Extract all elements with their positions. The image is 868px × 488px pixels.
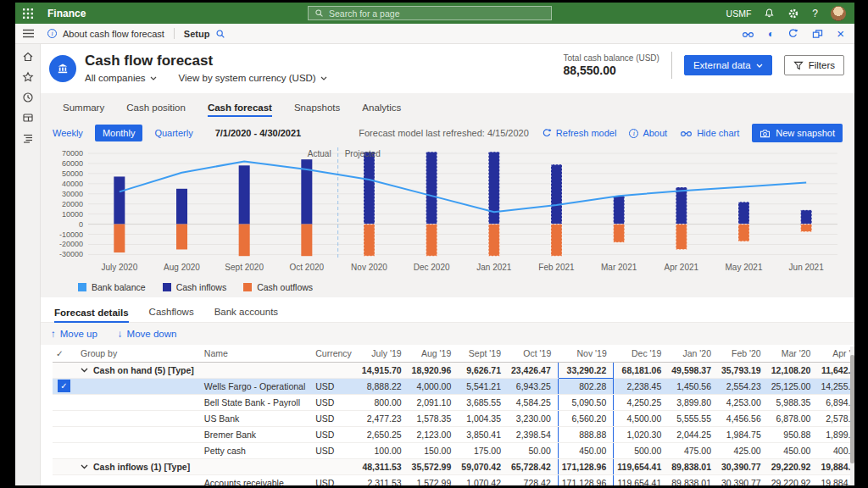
group-by-cell[interactable]: [77, 394, 201, 410]
value-cell[interactable]: 2,477.23: [359, 410, 409, 426]
legend-item-bank-balance[interactable]: Bank balance: [78, 282, 146, 292]
company-filter-dropdown[interactable]: All companies: [85, 73, 157, 83]
table-row[interactable]: Petty cashUSD100.00150.00175.0050.00450.…: [53, 442, 854, 458]
row-checkbox[interactable]: [53, 474, 77, 485]
value-cell[interactable]: 150.00: [409, 442, 459, 458]
value-cell[interactable]: 18,920.96: [409, 362, 459, 378]
value-cell[interactable]: 2,311.53: [359, 474, 409, 485]
value-cell[interactable]: 3,685.55: [458, 394, 508, 410]
value-cell[interactable]: 5,555.55: [668, 410, 718, 426]
external-data-button[interactable]: External data: [684, 55, 772, 75]
column-header-currency[interactable]: Currency: [312, 345, 359, 362]
value-cell[interactable]: 2,238.45: [614, 378, 668, 394]
value-cell[interactable]: 5,090.50: [558, 394, 614, 410]
sidebar-workspaces-icon[interactable]: [22, 112, 34, 124]
details-tab-forecast-details[interactable]: Forecast details: [54, 308, 129, 323]
value-cell[interactable]: 59,070.42: [458, 458, 508, 474]
sidebar-modules-icon[interactable]: [22, 132, 34, 144]
value-cell[interactable]: 450.00: [558, 442, 614, 458]
value-cell[interactable]: 1,450.56: [668, 378, 718, 394]
value-cell[interactable]: 33,290.22: [558, 362, 614, 378]
value-cell[interactable]: 450.00: [768, 442, 818, 458]
value-cell[interactable]: 100.00: [359, 442, 409, 458]
row-checkbox[interactable]: [53, 458, 77, 474]
sidebar-favorites-icon[interactable]: [22, 71, 34, 83]
about-cash-flow-link[interactable]: About cash flow forecast: [63, 29, 164, 39]
value-cell[interactable]: 119,654.41: [614, 474, 668, 485]
value-cell[interactable]: 29,220.92: [768, 458, 818, 474]
contrast-icon[interactable]: ◐: [768, 28, 774, 40]
setup-link[interactable]: Setup: [184, 29, 210, 39]
value-cell[interactable]: 48,311.53: [359, 458, 409, 474]
value-cell[interactable]: 6,943.25: [508, 378, 558, 394]
value-cell[interactable]: 30,390.77: [718, 474, 768, 485]
column-header-aug-19[interactable]: Aug '19: [409, 345, 459, 362]
currency-cell[interactable]: USD: [312, 410, 359, 426]
filters-button[interactable]: Filters: [784, 55, 844, 75]
column-header-oct-19[interactable]: Oct '19: [508, 345, 558, 362]
row-checkbox[interactable]: [53, 362, 77, 378]
value-cell[interactable]: 49,598.37: [668, 362, 718, 378]
value-cell[interactable]: 6,560.20: [558, 410, 614, 426]
value-cell[interactable]: 475.00: [668, 442, 718, 458]
value-cell[interactable]: 4,250.25: [614, 394, 668, 410]
value-cell[interactable]: 1,572.99: [409, 474, 459, 485]
tab-analytics[interactable]: Analytics: [362, 103, 401, 113]
vertical-scrollbar[interactable]: [850, 347, 854, 485]
value-cell[interactable]: 171,128.96: [558, 458, 614, 474]
value-cell[interactable]: 14,255.35: [817, 378, 854, 394]
value-cell[interactable]: 728.42: [508, 474, 558, 485]
value-cell[interactable]: 68,181.06: [614, 362, 668, 378]
value-cell[interactable]: 4,456.56: [718, 410, 768, 426]
value-cell[interactable]: 1,070.42: [458, 474, 508, 485]
value-cell[interactable]: 23,426.47: [508, 362, 558, 378]
column-header-july-19[interactable]: July '19: [359, 345, 409, 362]
user-avatar[interactable]: [831, 6, 846, 21]
new-snapshot-button[interactable]: New snapshot: [752, 124, 843, 142]
name-cell[interactable]: Accounts receivable: [201, 474, 312, 485]
column-header-name[interactable]: Name: [201, 345, 312, 362]
gear-icon[interactable]: [787, 8, 799, 19]
currency-cell[interactable]: [312, 458, 359, 474]
value-cell[interactable]: 4,500.00: [614, 410, 668, 426]
row-checkbox[interactable]: [53, 442, 77, 458]
value-cell[interactable]: 119,654.41: [614, 458, 668, 474]
value-cell[interactable]: 6,878.00: [768, 410, 818, 426]
details-tab-cashflows[interactable]: Cashflows: [149, 307, 194, 317]
value-cell[interactable]: 89,838.01: [668, 458, 718, 474]
value-cell[interactable]: 400.00: [817, 442, 854, 458]
currency-cell[interactable]: USD: [312, 442, 359, 458]
row-checkbox[interactable]: ✓: [53, 378, 77, 394]
value-cell[interactable]: 12,108.20: [768, 362, 818, 378]
select-all-checkbox[interactable]: ✓: [53, 345, 77, 362]
close-icon[interactable]: ×: [837, 30, 844, 38]
group-by-cell[interactable]: [77, 426, 201, 442]
currency-cell[interactable]: USD: [312, 474, 359, 485]
table-row[interactable]: Accounts receivableUSD2,311.531,572.991,…: [53, 474, 854, 485]
row-checkbox[interactable]: [53, 394, 77, 410]
value-cell[interactable]: 25,125.00: [768, 378, 818, 394]
value-cell[interactable]: 1,984.75: [718, 426, 768, 442]
about-button[interactable]: i About: [629, 128, 667, 138]
value-cell[interactable]: 175.00: [458, 442, 508, 458]
value-cell[interactable]: 4,000.00: [409, 378, 459, 394]
table-row[interactable]: US BankUSD2,477.231,578.351,004.353,230.…: [53, 410, 854, 426]
tab-snapshots[interactable]: Snapshots: [294, 103, 340, 113]
value-cell[interactable]: 1,020.30: [614, 426, 668, 442]
column-header-jan-20[interactable]: Jan '20: [668, 345, 718, 362]
value-cell[interactable]: 1,578.35: [409, 410, 459, 426]
table-row[interactable]: Bremer BankUSD2,650.252,123.003,850.412,…: [53, 426, 854, 442]
value-cell[interactable]: 2,578.20: [817, 410, 854, 426]
currency-cell[interactable]: USD: [312, 394, 359, 410]
group-by-cell[interactable]: Cash inflows (1) [Type]: [77, 458, 201, 474]
table-row[interactable]: Bell State Bank - PayrollUSD800.002,091.…: [53, 394, 854, 410]
value-cell[interactable]: 2,091.10: [409, 394, 459, 410]
legend-item-cash-inflows[interactable]: Cash inflows: [163, 282, 227, 292]
value-cell[interactable]: 35,793.19: [718, 362, 768, 378]
value-cell[interactable]: 8,888.22: [359, 378, 409, 394]
refresh-model-button[interactable]: Refresh model: [542, 128, 617, 138]
move-down-button[interactable]: ↓ Move down: [118, 329, 177, 339]
hamburger-menu-icon[interactable]: [15, 29, 41, 38]
hide-chart-button[interactable]: Hide chart: [680, 128, 739, 138]
value-cell[interactable]: 3,899.80: [668, 394, 718, 410]
